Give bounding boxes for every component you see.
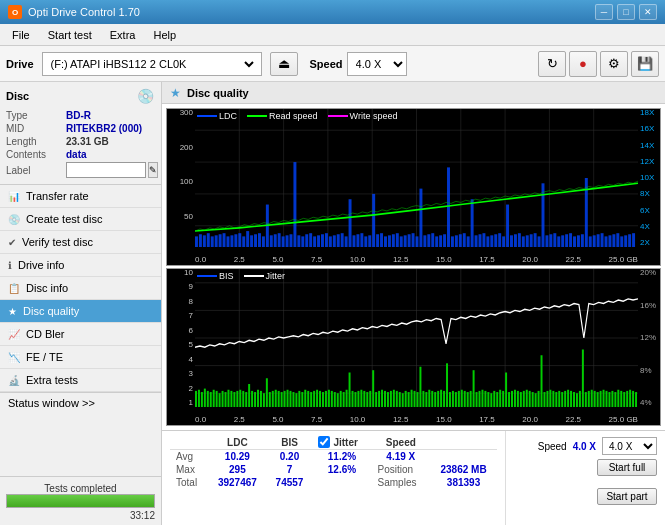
svg-rect-259 <box>549 390 551 407</box>
status-text: Tests completed <box>6 483 155 494</box>
svg-rect-192 <box>352 391 354 407</box>
stats-speed-dropdown[interactable]: 4.0 X 2.0 X MAX <box>602 437 657 455</box>
svg-rect-102 <box>545 235 548 247</box>
svg-rect-235 <box>479 391 481 407</box>
status-window-button[interactable]: Status window >> <box>0 392 161 413</box>
sidebar-item-cd-bler[interactable]: 📈 CD Bler <box>0 323 161 346</box>
svg-rect-184 <box>328 390 330 407</box>
svg-rect-94 <box>514 234 517 247</box>
svg-rect-160 <box>257 390 259 407</box>
svg-rect-38 <box>293 162 296 247</box>
speed-display-value: 4.0 X <box>573 441 596 452</box>
label-edit-button[interactable]: ✎ <box>148 162 158 178</box>
svg-rect-74 <box>435 236 438 247</box>
svg-rect-61 <box>384 236 387 247</box>
menu-extra[interactable]: Extra <box>102 27 144 43</box>
svg-rect-122 <box>624 235 627 247</box>
svg-rect-76 <box>443 234 446 247</box>
svg-rect-15 <box>203 235 206 247</box>
svg-rect-197 <box>366 392 368 407</box>
svg-rect-216 <box>422 391 424 407</box>
samples-value: 381393 <box>430 476 497 489</box>
svg-rect-42 <box>309 233 312 247</box>
minimize-button[interactable]: ─ <box>595 4 613 20</box>
refresh-button[interactable]: ↻ <box>538 51 566 77</box>
drive-selector[interactable]: (F:) ATAPI iHBS112 2 CL0K <box>42 52 262 76</box>
close-button[interactable]: ✕ <box>639 4 657 20</box>
svg-rect-59 <box>376 234 379 247</box>
x-axis-1: 0.0 2.5 5.0 7.5 10.0 12.5 15.0 17.5 20.0… <box>195 247 638 265</box>
svg-rect-240 <box>493 391 495 407</box>
svg-rect-231 <box>467 392 469 407</box>
sidebar-item-extra-tests[interactable]: 🔬 Extra tests <box>0 369 161 392</box>
sidebar-item-verify-test-disc[interactable]: ✔ Verify test disc <box>0 231 161 254</box>
chart-header-icon: ★ <box>170 86 181 100</box>
svg-rect-70 <box>419 189 422 247</box>
svg-rect-242 <box>499 390 501 407</box>
svg-rect-151 <box>230 391 232 407</box>
length-label: Length <box>6 136 66 147</box>
svg-rect-54 <box>356 234 359 247</box>
sidebar-item-create-test-disc[interactable]: 💿 Create test disc <box>0 208 161 231</box>
menu-bar: File Start test Extra Help <box>0 24 665 46</box>
svg-rect-165 <box>272 391 274 407</box>
svg-rect-185 <box>331 391 333 407</box>
svg-rect-55 <box>360 233 363 247</box>
svg-rect-44 <box>317 235 320 247</box>
svg-rect-43 <box>313 236 316 247</box>
sidebar-item-disc-quality[interactable]: ★ Disc quality <box>0 300 161 323</box>
svg-rect-266 <box>570 391 572 407</box>
menu-start-test[interactable]: Start test <box>40 27 100 43</box>
svg-rect-162 <box>263 393 265 407</box>
disc-header: Disc <box>6 90 29 102</box>
svg-rect-170 <box>287 390 289 407</box>
col-header-bis: BIS <box>267 435 313 450</box>
svg-rect-27 <box>250 235 253 247</box>
svg-rect-109 <box>573 236 576 247</box>
sidebar-item-disc-info[interactable]: 📋 Disc info <box>0 277 161 300</box>
chart-header-title: Disc quality <box>187 87 249 99</box>
svg-rect-19 <box>219 234 222 247</box>
sidebar-item-transfer-rate[interactable]: 📊 Transfer rate <box>0 185 161 208</box>
svg-rect-187 <box>337 393 339 407</box>
svg-rect-257 <box>543 392 545 407</box>
svg-rect-88 <box>490 235 493 247</box>
type-label: Type <box>6 110 66 121</box>
stats-speed-row: Speed 4.0 X 4.0 X 2.0 X MAX <box>538 437 657 455</box>
disc-icon: 💿 <box>135 86 155 106</box>
svg-rect-98 <box>530 234 533 247</box>
svg-rect-213 <box>414 391 416 407</box>
svg-rect-180 <box>316 390 318 407</box>
maximize-button[interactable]: □ <box>617 4 635 20</box>
svg-rect-21 <box>227 236 230 247</box>
svg-rect-238 <box>487 392 489 407</box>
svg-rect-51 <box>345 236 348 247</box>
red-icon-button[interactable]: ● <box>569 51 597 77</box>
col-header-empty <box>170 435 208 450</box>
total-empty <box>312 476 371 489</box>
label-input[interactable] <box>66 162 146 178</box>
drive-dropdown[interactable]: (F:) ATAPI iHBS112 2 CL0K <box>47 57 257 71</box>
svg-rect-194 <box>357 391 359 407</box>
svg-rect-41 <box>305 234 308 247</box>
progress-bar-container <box>6 494 155 508</box>
menu-help[interactable]: Help <box>145 27 184 43</box>
speed-dropdown[interactable]: 4.0 X <box>347 52 407 76</box>
sidebar-item-fe-te[interactable]: 📉 FE / TE <box>0 346 161 369</box>
save-button[interactable]: 💾 <box>631 51 659 77</box>
start-part-button[interactable]: Start part <box>597 488 657 505</box>
svg-rect-99 <box>534 233 537 247</box>
jitter-checkbox[interactable] <box>318 436 330 448</box>
menu-file[interactable]: File <box>4 27 38 43</box>
start-full-button[interactable]: Start full <box>597 459 657 476</box>
sidebar-item-drive-info[interactable]: ℹ Drive info <box>0 254 161 277</box>
svg-rect-36 <box>286 235 289 247</box>
svg-rect-225 <box>449 392 451 407</box>
svg-rect-286 <box>629 390 631 407</box>
settings-button[interactable]: ⚙ <box>600 51 628 77</box>
svg-rect-53 <box>353 235 356 247</box>
eject-button[interactable]: ⏏ <box>270 52 298 76</box>
svg-rect-103 <box>549 234 552 247</box>
svg-rect-178 <box>310 392 312 407</box>
svg-rect-228 <box>458 391 460 407</box>
